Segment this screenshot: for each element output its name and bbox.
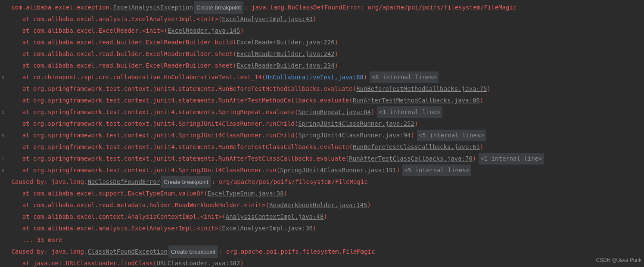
expand-icon[interactable]: ⊞ [2,153,8,165]
caused-class-link[interactable]: ClassNotFoundException [87,246,167,258]
stack-line: at com.alibaba.excel.read.builder.ExcelR… [2,48,642,60]
watermark: CSDN @Java Punk [596,255,641,266]
source-link[interactable]: SpringRepeat.java:84 [298,106,371,118]
source-link[interactable]: ExcelTypeEnum.java:38 [208,188,284,199]
source-link[interactable]: ExcelReaderBuilder.java:234 [236,60,335,71]
caused-prefix: Caused by: java.lang. [8,176,87,188]
stack-line: at org.springframework.test.context.juni… [2,141,642,153]
stack-suffix: ) [473,153,476,165]
stack-line: ⊞ at org.springframework.test.context.ju… [2,153,642,165]
stack-suffix: ) [335,48,338,60]
stack-line: ⊞ at org.springframework.test.context.ju… [2,130,642,141]
expand-icon[interactable]: ⊞ [2,130,8,141]
more-text: ... 33 more [8,234,62,246]
source-link[interactable]: SpringJUnit4ClassRunner.java:191 [280,165,396,176]
stack-suffix: ) [480,141,483,153]
stack-suffix: ) [371,106,374,118]
stack-suffix: ) [240,25,243,37]
hidden-lines-badge[interactable]: <5 internal lines> [417,130,486,141]
source-link[interactable]: SpringJUnit4ClassRunner.java:252 [298,118,414,130]
stack-line: ⊞ at cn.chinapost.zxpt.crc.collaborative… [2,71,642,83]
hidden-lines-badge[interactable]: <1 internal line> [479,153,544,165]
stack-at: at org.springframework.test.context.juni… [8,130,298,141]
source-link[interactable]: ReadWorkbookHolder.java:145 [269,199,367,211]
stack-suffix: ) [480,95,483,106]
stack-line: at org.springframework.test.context.juni… [2,95,642,106]
caused-prefix: Caused by: java.lang. [8,246,87,258]
stack-suffix: ) [411,130,414,141]
stack-line: at com.alibaba.excel.ExcelReader.<init>(… [2,25,642,37]
caused-by-line: Caused by: java.lang.ClassNotFoundExcept… [2,246,642,258]
stack-at: at org.springframework.test.context.juni… [8,141,353,153]
expand-icon[interactable]: ⊞ [2,106,8,118]
stack-line: at com.alibaba.excel.context.AnalysisCon… [2,211,642,223]
stack-at: at com.alibaba.excel.read.metadata.holde… [8,199,269,211]
source-link[interactable]: ExcelReaderBuilder.java:242 [236,48,335,60]
stack-at: at org.springframework.test.context.juni… [8,106,298,118]
stack-at: at org.springframework.test.context.juni… [8,95,353,106]
stack-suffix: ) [240,258,243,267]
create-breakpoint-button[interactable]: Create breakpoint [161,176,211,188]
stack-line: at com.alibaba.excel.read.builder.ExcelR… [2,60,642,71]
hidden-lines-badge[interactable]: <1 internal line> [377,106,442,118]
exception-prefix: com.alibaba.excel.exception. [8,2,113,13]
stack-at: at com.alibaba.excel.analysis.ExcelAnaly… [8,223,222,234]
source-link[interactable]: URLClassLoader.java:382 [157,258,240,267]
stack-suffix: ) [324,211,327,223]
source-link[interactable]: RunAfterTestClassCallbacks.java:70 [349,153,473,165]
exception-msg: : java.lang.NoClassDefFoundError: org/ap… [244,2,516,13]
stack-suffix: ) [367,199,370,211]
stack-at: at com.alibaba.excel.support.ExcelTypeEn… [8,188,208,199]
source-link[interactable]: AnalysisContextImpl.java:48 [226,211,324,223]
stack-line: at com.alibaba.excel.read.metadata.holde… [2,199,642,211]
source-link[interactable]: SpringJUnit4ClassRunner.java:94 [298,130,411,141]
source-link[interactable]: ExcelAnalyserImpl.java:43 [222,13,313,25]
create-breakpoint-button[interactable]: Create breakpoint [168,245,218,258]
caused-class-link[interactable]: NoClassDefFoundError [87,176,160,188]
stack-line: at com.alibaba.excel.support.ExcelTypeEn… [2,188,642,199]
stack-at: at com.alibaba.excel.read.builder.ExcelR… [8,48,236,60]
stack-at: at java.net.URLClassLoader.findClass( [8,258,157,267]
stack-suffix: ) [335,37,338,48]
more-line: ... 33 more [2,234,642,246]
stack-suffix: ) [284,188,287,199]
source-link[interactable]: ExcelReaderBuilder.java:226 [236,37,335,48]
console-output: com.alibaba.excel.exception.ExcelAnalysi… [2,2,642,267]
stack-at: at org.springframework.test.context.juni… [8,118,298,130]
source-link[interactable]: RunBeforeTestMethodCallbacks.java:75 [356,83,487,95]
expand-icon[interactable]: ⊞ [2,71,8,83]
stack-line: at org.springframework.test.context.juni… [2,118,642,130]
stack-at: at com.alibaba.excel.read.builder.ExcelR… [8,60,236,71]
stack-at: at cn.chinapost.zxpt.crc.collaborative.H… [8,71,265,83]
stack-line: ⊞ at org.springframework.test.context.ju… [2,165,642,176]
source-link[interactable]: ExcelAnalyserImpl.java:36 [222,223,313,234]
caused-msg: : org/apache/poi/poifs/filesystem/FileMa… [212,176,367,188]
exception-line: com.alibaba.excel.exception.ExcelAnalysi… [2,2,642,13]
stack-at: at com.alibaba.excel.analysis.ExcelAnaly… [8,13,222,25]
stack-suffix: ) [313,13,316,25]
stack-at: at org.springframework.test.context.juni… [8,153,349,165]
stack-suffix: ) [487,83,491,95]
hidden-lines-badge[interactable]: <8 internal lines> [370,71,439,83]
stack-at: at org.springframework.test.context.juni… [8,165,280,176]
expand-icon[interactable]: ⊞ [2,165,8,176]
caused-by-line: Caused by: java.lang.NoClassDefFoundErro… [2,176,642,188]
caused-msg: : org.apache.poi.poifs.filesystem.FileMa… [219,246,375,258]
source-link[interactable]: RunAfterTestMethodCallbacks.java:86 [353,95,480,106]
source-link[interactable]: HnCollaborativeTest.java:88 [265,71,364,83]
hidden-lines-badge[interactable]: <5 internal lines> [402,165,471,176]
stack-suffix: ) [335,60,338,71]
stack-at: at org.springframework.test.context.juni… [8,83,356,95]
create-breakpoint-button[interactable]: Create breakpoint [194,1,243,14]
stack-line: at java.net.URLClassLoader.findClass(URL… [2,258,642,267]
stack-line: at com.alibaba.excel.analysis.ExcelAnaly… [2,223,642,234]
stack-suffix: ) [414,118,418,130]
stack-line: at com.alibaba.excel.read.builder.ExcelR… [2,37,642,48]
stack-line: at com.alibaba.excel.analysis.ExcelAnaly… [2,13,642,25]
stack-at: at com.alibaba.excel.context.AnalysisCon… [8,211,226,223]
stack-at: at com.alibaba.excel.read.builder.ExcelR… [8,37,236,48]
stack-suffix: ) [364,71,367,83]
exception-class-link[interactable]: ExcelAnalysisException [113,2,193,13]
source-link[interactable]: RunBeforeTestClassCallbacks.java:61 [353,141,480,153]
source-link[interactable]: ExcelReader.java:145 [168,25,240,37]
